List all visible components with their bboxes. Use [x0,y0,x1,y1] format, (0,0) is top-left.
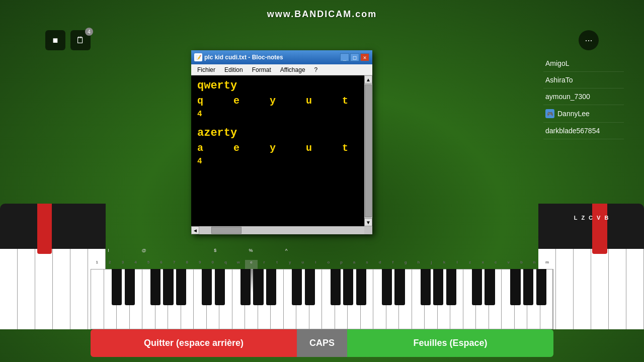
notepad-window: 📝 plc kid cudi.txt - Bloc-notes _ □ ✕ Fi… [191,50,372,234]
quit-button[interactable]: Quitter (espace arrière) [91,329,297,357]
h-scroll-thumb[interactable] [211,227,242,234]
vertical-scrollbar[interactable]: ▲ ▼ [364,75,372,226]
black-key[interactable] [421,269,431,305]
qwerty-section: qwerty q e y u t y r w e 4 6 [197,79,366,119]
more-options-button[interactable]: ··· [579,30,599,50]
black-key[interactable] [266,269,276,305]
azerty-keys-row: a e y u t y r z e [197,142,366,154]
player-name: AshiraTo [545,76,573,84]
scroll-down-button[interactable]: ▼ [364,218,372,226]
key-label: p [335,260,348,269]
key-label-highlighted: e [245,260,258,269]
special-key-label: ! [91,248,126,258]
notepad-text-area[interactable]: qwerty q e y u t y r w e 4 6 azerty a e … [191,75,372,226]
menu-affichage[interactable]: Affichage [276,65,309,74]
qwerty-header: qwerty [197,79,366,92]
black-key[interactable] [472,269,482,305]
scroll-up-button[interactable]: ▲ [364,75,372,83]
caps-button[interactable]: CAPS [297,329,347,357]
maximize-button[interactable]: □ [350,53,359,61]
red-accent-key-left [37,204,52,254]
key-label: l [451,260,464,269]
black-key[interactable] [112,269,122,305]
notepad-menubar: Fichier Edition Format Affichage ? [191,64,372,75]
left-white-key[interactable] [18,249,35,329]
right-white-key[interactable] [626,249,644,329]
black-key[interactable] [176,269,186,305]
key-label: 4 [129,260,142,269]
menu-help[interactable]: ? [310,65,322,74]
special-key-label: % [233,248,269,258]
right-label-b: B [604,215,608,221]
right-white-key[interactable] [574,249,591,329]
leaves-button[interactable]: Feuilles (Espace) [347,329,553,357]
black-key[interactable] [485,269,495,305]
black-key[interactable] [382,269,392,305]
qwerty-keys-row: q e y u t y r w e [197,95,366,107]
player-name: darkblade567854 [545,127,600,135]
notepad-titlebar: 📝 plc kid cudi.txt - Bloc-notes _ □ ✕ [191,50,372,64]
black-key[interactable] [292,269,302,305]
horizontal-scrollbar[interactable]: ◄ ► [191,226,372,234]
key-label: i [309,260,323,269]
black-key[interactable] [446,269,456,305]
stop-button[interactable]: ■ [45,30,65,50]
key-label: 1 [91,260,104,269]
black-key[interactable] [253,269,263,305]
black-key[interactable] [394,269,405,305]
black-key[interactable] [163,269,173,305]
key-label: g [399,260,413,269]
right-white-key[interactable] [556,249,574,329]
spacer [518,248,553,258]
key-label: 2 [104,260,117,269]
black-key[interactable] [240,269,251,305]
key-label: k [438,260,451,269]
key-label: 3 [116,260,129,269]
menu-fichier[interactable]: Fichier [193,65,219,74]
red-accent-key-right [592,204,607,254]
key-label: 7 [168,260,181,269]
left-white-key[interactable] [70,249,88,329]
black-key[interactable] [523,269,533,305]
azerty-section: azerty a e y u t y r z e 4 6 [197,127,366,166]
notification-button[interactable]: 🗒 4 [70,30,91,50]
black-key[interactable] [331,269,341,305]
key-label: h [412,260,425,269]
black-key[interactable] [125,269,135,305]
menu-edition[interactable]: Edition [220,65,247,74]
notepad-content-area: qwerty q e y u t y r w e 4 6 azerty a e … [191,75,372,226]
left-white-key[interactable] [53,249,70,329]
black-key[interactable] [305,269,315,305]
black-key[interactable] [356,269,366,305]
black-key[interactable] [215,269,225,305]
right-white-key[interactable] [591,249,609,329]
left-white-key[interactable] [0,249,18,329]
scroll-thumb[interactable] [365,84,372,217]
key-label: f [386,260,399,269]
minimize-button[interactable]: _ [340,53,349,61]
black-key[interactable] [536,269,546,305]
keyboard-letters-row: 1 2 3 4 5 6 7 8 9 0 q w e r t y u i o p … [91,260,553,269]
black-key[interactable] [343,269,353,305]
left-white-key[interactable] [35,249,53,329]
right-label-l: L [574,215,578,221]
black-key[interactable] [202,269,212,305]
player-item: aymoun_7300 [543,88,624,105]
close-button[interactable]: ✕ [360,53,369,61]
black-key[interactable] [150,269,160,305]
dots-icon: ··· [585,35,592,46]
black-key[interactable] [510,269,520,305]
menu-format[interactable]: Format [248,65,275,74]
white-key-1[interactable] [91,269,104,329]
right-white-key[interactable] [609,249,626,329]
black-key[interactable] [433,269,443,305]
key-label: 0 [206,260,219,269]
bottom-buttons: Quitter (espace arrière) CAPS Feuilles (… [91,329,553,357]
top-right-area: ··· [579,30,599,50]
watermark: www.BANDICAM.com [267,9,377,20]
notification-icon: 🗒 [76,35,85,46]
key-label: x [476,260,490,269]
resize-handle[interactable] [364,226,372,234]
special-key-label: ^ [269,248,304,258]
scroll-left-button[interactable]: ◄ [191,226,199,234]
